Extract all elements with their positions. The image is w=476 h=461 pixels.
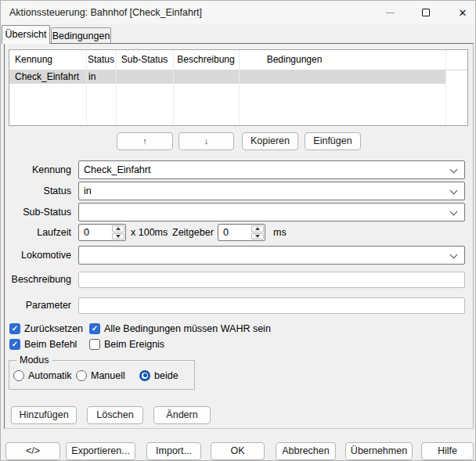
column-header-kennung[interactable]: Kennung (9, 50, 86, 70)
abbrechen-button[interactable]: Abbrechen (276, 442, 336, 460)
uebernehmen-button[interactable]: Übernehmen (345, 442, 413, 460)
tab-bedingungen[interactable]: Bedingungen (51, 27, 111, 43)
column-divider (239, 50, 240, 125)
close-icon: ✕ (459, 8, 467, 18)
ok-button[interactable]: OK (211, 442, 265, 460)
maximize-button[interactable] (413, 1, 438, 24)
maximize-icon (422, 9, 430, 16)
row-cell-bedingungen (239, 70, 445, 84)
table-header-row: Kennung Status Sub-Status Beschreibung B… (9, 50, 445, 70)
exportieren-button[interactable]: Exportieren... (66, 442, 135, 460)
column-header-sub-status[interactable]: Sub-Status (116, 50, 173, 70)
row-cell-kennung: Check_Einfahrt (9, 70, 86, 84)
import-button[interactable]: Import... (146, 442, 201, 460)
code-view-button[interactable]: </> (5, 442, 60, 460)
column-header-status[interactable]: Status (86, 50, 116, 70)
column-divider (173, 50, 174, 125)
column-divider (445, 50, 446, 125)
hilfe-button[interactable]: Hilfe (421, 442, 474, 460)
close-button[interactable]: ✕ (450, 1, 475, 24)
dialog-window: Aktionssteuerung: Bahnhof [Check_Einfahr… (0, 0, 476, 461)
minimize-button[interactable] (377, 1, 402, 24)
column-divider (116, 50, 117, 125)
column-header-beschreibung[interactable]: Beschreibung (173, 50, 239, 70)
tab-uebersicht[interactable]: Übersicht (2, 25, 50, 44)
column-header-bedingungen[interactable]: Bedingungen (239, 50, 445, 70)
minimize-icon (386, 13, 395, 13)
column-divider (86, 50, 87, 125)
row-cell-status: in (86, 70, 116, 84)
title-bar: Aktionssteuerung: Bahnhof [Check_Einfahr… (1, 1, 475, 24)
window-title: Aktionssteuerung: Bahnhof [Check_Einfahr… (9, 1, 202, 24)
actions-table[interactable]: Kennung Status Sub-Status Beschreibung B… (9, 49, 468, 126)
table-row[interactable]: Check_Einfahrt in (9, 70, 445, 84)
row-cell-sub-status (116, 70, 173, 84)
row-cell-beschreibung (173, 70, 239, 84)
